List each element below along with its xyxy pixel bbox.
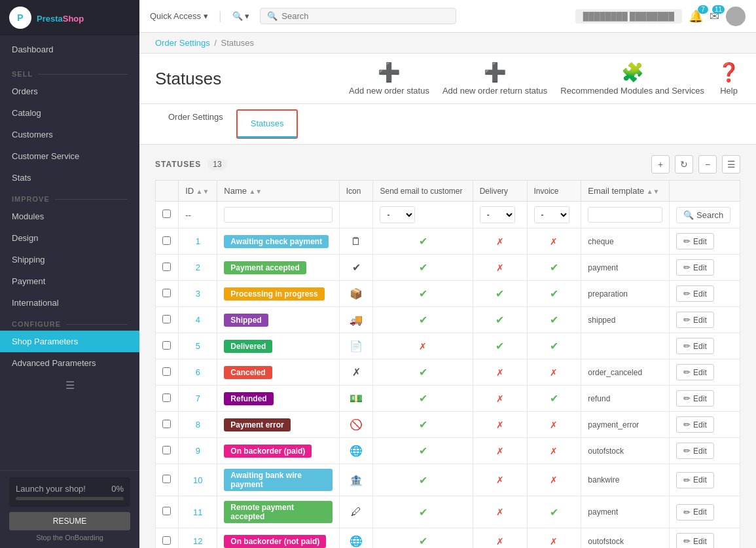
search-toggle-button[interactable]: 🔍 ▾ bbox=[232, 11, 250, 21]
edit-button[interactable]: ✏ Edit bbox=[676, 312, 714, 328]
edit-button[interactable]: ✏ Edit bbox=[676, 416, 714, 433]
row-checkbox[interactable] bbox=[162, 393, 171, 402]
row-checkbox[interactable] bbox=[162, 236, 171, 245]
edit-button[interactable]: ✏ Edit bbox=[676, 472, 714, 488]
row-invoice: ✗ bbox=[527, 528, 581, 549]
pencil-icon: ✏ bbox=[683, 446, 691, 456]
pencil-icon: ✏ bbox=[683, 475, 691, 485]
status-badge: Delivered bbox=[224, 340, 272, 353]
row-checkbox[interactable] bbox=[162, 475, 171, 483]
launch-shop-text: Launch your shop! 0% bbox=[16, 484, 124, 494]
filter-invoice-select[interactable]: -YesNo bbox=[534, 206, 569, 223]
filter-search-button[interactable]: 🔍 Search bbox=[676, 207, 730, 223]
message-badge[interactable]: ✉ 11 bbox=[710, 9, 719, 24]
filter-delivery-select[interactable]: -YesNo bbox=[480, 206, 515, 223]
sidebar-item-catalog[interactable]: Catalog bbox=[0, 102, 139, 124]
row-actions: ✏ Edit bbox=[670, 464, 740, 496]
id-link[interactable]: 6 bbox=[196, 367, 200, 377]
sidebar-item-stats[interactable]: Stats bbox=[0, 167, 139, 189]
add-order-status-action[interactable]: ➕ Add new order status bbox=[349, 62, 429, 96]
sidebar-item-shop-parameters[interactable]: Shop Parameters bbox=[0, 331, 139, 352]
sidebar-item-payment[interactable]: Payment bbox=[0, 270, 139, 292]
recommended-modules-action[interactable]: 🧩 Recommended Modules and Services bbox=[560, 62, 704, 96]
help-action[interactable]: ❓ Help bbox=[717, 62, 740, 96]
search-input[interactable] bbox=[281, 11, 449, 21]
id-link[interactable]: 7 bbox=[196, 393, 200, 403]
id-link[interactable]: 4 bbox=[196, 315, 200, 325]
id-link[interactable]: 11 bbox=[193, 507, 202, 517]
edit-button[interactable]: ✏ Edit bbox=[676, 390, 714, 407]
sidebar-item-dashboard[interactable]: Dashboard bbox=[0, 35, 139, 64]
avatar[interactable] bbox=[726, 7, 746, 26]
id-link[interactable]: 8 bbox=[196, 420, 200, 429]
row-checkbox[interactable] bbox=[162, 446, 171, 454]
sidebar-item-shipping[interactable]: Shipping bbox=[0, 249, 139, 270]
row-delivery: ✗ bbox=[473, 412, 527, 438]
id-link[interactable]: 5 bbox=[196, 341, 200, 351]
breadcrumb-current: Statuses bbox=[221, 38, 255, 48]
id-link[interactable]: 1 bbox=[196, 236, 200, 246]
sidebar-logo[interactable]: P PrestaShop bbox=[0, 0, 139, 35]
sidebar-item-modules[interactable]: Modules bbox=[0, 206, 139, 227]
row-send-email: ✔ bbox=[373, 464, 473, 496]
sidebar-item-advanced-parameters[interactable]: Advanced Parameters bbox=[0, 352, 139, 374]
row-template: payment_error bbox=[581, 412, 670, 438]
sidebar-item-customer-service[interactable]: Customer Service bbox=[0, 145, 139, 167]
th-name: Name ▲▼ bbox=[217, 181, 339, 202]
collapse-button[interactable]: − bbox=[698, 155, 717, 174]
topbar-right: ████████ ████████ 🔔 7 ✉ 11 bbox=[575, 7, 746, 26]
tab-order-settings[interactable]: Order Settings bbox=[155, 104, 236, 145]
settings-button[interactable]: ☰ bbox=[722, 155, 740, 174]
plus-circle-icon: ➕ bbox=[378, 62, 401, 83]
tab-statuses[interactable]: Statuses bbox=[238, 111, 297, 138]
filter-name-input[interactable] bbox=[224, 207, 332, 223]
row-send-email: ✔ bbox=[373, 438, 473, 464]
refresh-button[interactable]: ↻ bbox=[675, 155, 693, 174]
sidebar-item-customers[interactable]: Customers bbox=[0, 124, 139, 145]
sidebar-item-design[interactable]: Design bbox=[0, 227, 139, 249]
table-row: 12On backorder (not paid)🌐✔✗✗outofstock✏… bbox=[156, 528, 740, 549]
edit-button[interactable]: ✏ Edit bbox=[676, 259, 714, 276]
th-delivery: Delivery bbox=[473, 181, 527, 202]
row-checkbox[interactable] bbox=[162, 315, 171, 323]
row-invoice: ✗ bbox=[527, 359, 581, 386]
row-checkbox[interactable] bbox=[162, 367, 171, 376]
breadcrumb-parent[interactable]: Order Settings bbox=[155, 38, 210, 48]
edit-button[interactable]: ✏ Edit bbox=[676, 233, 714, 249]
edit-button[interactable]: ✏ Edit bbox=[676, 533, 714, 548]
row-delivery: ✔ bbox=[473, 333, 527, 359]
row-template: order_canceled bbox=[581, 359, 670, 386]
resume-button[interactable]: RESUME bbox=[9, 512, 130, 530]
filter-checkbox[interactable] bbox=[162, 210, 171, 218]
edit-button[interactable]: ✏ Edit bbox=[676, 504, 714, 521]
filter-template-input[interactable] bbox=[588, 207, 662, 223]
sidebar-item-orders[interactable]: Orders bbox=[0, 81, 139, 102]
row-checkbox[interactable] bbox=[162, 507, 171, 515]
filter-send-email-select[interactable]: -YesNo bbox=[380, 206, 415, 223]
add-return-status-action[interactable]: ➕ Add new order return status bbox=[442, 62, 547, 96]
id-link[interactable]: 3 bbox=[196, 289, 200, 299]
hamburger-icon[interactable]: ☰ bbox=[0, 374, 139, 397]
id-link[interactable]: 12 bbox=[193, 536, 202, 546]
sidebar-item-international[interactable]: International bbox=[0, 292, 139, 314]
row-checkbox[interactable] bbox=[162, 289, 171, 297]
edit-button[interactable]: ✏ Edit bbox=[676, 285, 714, 302]
notification-badge[interactable]: 🔔 7 bbox=[689, 9, 703, 24]
topbar-search[interactable]: 🔍 bbox=[260, 8, 456, 24]
id-link[interactable]: 9 bbox=[196, 446, 200, 456]
id-link[interactable]: 2 bbox=[196, 263, 200, 272]
row-invoice: ✔ bbox=[527, 307, 581, 333]
row-checkbox[interactable] bbox=[162, 341, 171, 350]
row-template: cheque bbox=[581, 228, 670, 255]
edit-button[interactable]: ✏ Edit bbox=[676, 338, 714, 354]
id-link[interactable]: 10 bbox=[193, 475, 202, 485]
edit-button[interactable]: ✏ Edit bbox=[676, 364, 714, 380]
row-checkbox[interactable] bbox=[162, 420, 171, 428]
quick-access-button[interactable]: Quick Access ▾ bbox=[150, 11, 208, 21]
row-id: 3 bbox=[179, 281, 217, 307]
add-row-button[interactable]: + bbox=[651, 155, 670, 174]
row-checkbox[interactable] bbox=[162, 263, 171, 271]
row-checkbox[interactable] bbox=[162, 536, 171, 545]
stop-onboarding-link[interactable]: Stop the OnBoarding bbox=[9, 534, 130, 541]
edit-button[interactable]: ✏ Edit bbox=[676, 443, 714, 459]
